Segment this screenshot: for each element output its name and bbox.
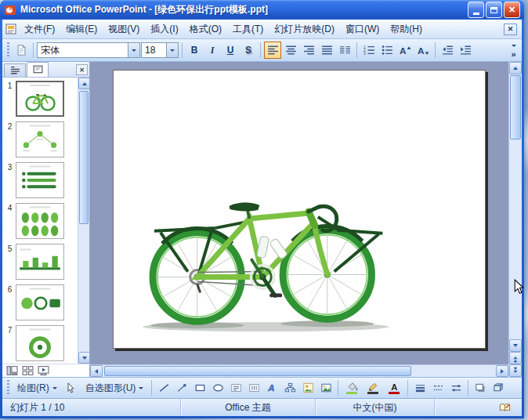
scroll-left-button[interactable] <box>90 365 103 377</box>
green-bicycle-image[interactable] <box>114 71 485 348</box>
underline-button[interactable]: U <box>222 42 239 59</box>
insert-diagram-button[interactable] <box>281 379 298 396</box>
menu-window[interactable]: 窗口(W) <box>340 20 385 38</box>
size-dropdown-arrow-icon[interactable] <box>166 43 178 57</box>
draw-menu-button[interactable]: 绘图(R) <box>13 379 62 396</box>
slideshow-button[interactable] <box>36 365 50 376</box>
slide-thumbnail-2[interactable] <box>16 121 64 158</box>
thumb-scroll-thumb[interactable] <box>79 91 89 224</box>
h-scroll-thumb[interactable] <box>104 366 411 376</box>
scroll-up-button[interactable] <box>509 62 522 74</box>
fill-color-button[interactable] <box>342 379 362 396</box>
slide-thumbnail-1[interactable] <box>16 81 64 117</box>
toolbar-grip[interactable] <box>7 380 9 396</box>
font-dropdown-arrow-icon[interactable] <box>128 43 139 57</box>
slide-sorter-view-button[interactable] <box>20 365 34 376</box>
oval-tool-button[interactable] <box>209 379 226 396</box>
title-bar[interactable]: Microsoft Office PowerPoint - [绿色环保出行ppt… <box>0 0 524 20</box>
wordart-button[interactable] <box>263 379 280 396</box>
bold-button[interactable]: B <box>186 42 203 59</box>
align-right-button[interactable] <box>300 42 317 59</box>
document-close-button[interactable]: ✕ <box>504 24 517 35</box>
arrow-tool-button[interactable] <box>173 379 190 396</box>
menu-slideshow[interactable]: 幻灯片放映(D) <box>269 20 340 38</box>
slide-canvas[interactable] <box>113 70 486 349</box>
normal-view-icon <box>6 365 18 376</box>
pane-close-button[interactable]: ✕ <box>76 64 88 75</box>
line-color-button[interactable] <box>363 379 383 396</box>
menu-help[interactable]: 帮助(H) <box>385 20 428 38</box>
new-slide-button[interactable] <box>13 42 30 59</box>
textbox-tool-button[interactable] <box>227 379 244 396</box>
normal-view-button[interactable] <box>5 365 19 376</box>
slide-thumbnail-5[interactable] <box>16 244 64 280</box>
rectangle-tool-button[interactable] <box>191 379 208 396</box>
tab-outline[interactable] <box>4 63 26 77</box>
toolbar-separator <box>182 42 183 58</box>
menu-edit[interactable]: 编辑(E) <box>60 20 103 38</box>
columns-button[interactable] <box>336 42 353 59</box>
text-shadow-button[interactable]: S <box>240 42 257 59</box>
menu-format[interactable]: 格式(O) <box>184 20 227 38</box>
scroll-down-button[interactable] <box>509 339 522 352</box>
decrease-font-button[interactable] <box>414 42 432 59</box>
toolbar-options-button[interactable]: » <box>508 41 519 60</box>
minimize-button[interactable] <box>468 2 484 18</box>
horizontal-scrollbar[interactable] <box>90 364 508 377</box>
menu-view[interactable]: 视图(V) <box>103 20 145 38</box>
maximize-button[interactable] <box>486 2 502 18</box>
double-up-icon <box>514 357 518 362</box>
toolbar-grip[interactable] <box>7 42 9 58</box>
theme-indicator[interactable]: Office 主题 <box>181 399 316 416</box>
next-slide-button[interactable] <box>509 364 522 377</box>
clipart-icon <box>302 382 314 393</box>
autoshapes-menu-button[interactable]: 自选图形(U) <box>81 379 149 396</box>
slide-thumbnail-3[interactable] <box>16 162 64 198</box>
arrow-down-icon <box>513 344 518 349</box>
menu-insert[interactable]: 插入(I) <box>145 20 183 38</box>
insert-picture-button[interactable] <box>317 379 335 396</box>
thumb-scroll-up-button[interactable] <box>78 78 89 89</box>
justify-button[interactable] <box>318 42 335 59</box>
slide-thumbnail-4[interactable] <box>16 203 64 239</box>
font-name-select[interactable]: 宋体 <box>37 42 140 58</box>
slide-thumbnail-7[interactable] <box>16 325 64 361</box>
font-color-button[interactable] <box>384 379 404 396</box>
tab-slides[interactable] <box>27 62 49 77</box>
close-button[interactable]: ✕ <box>504 2 520 18</box>
line-tool-button[interactable] <box>155 379 172 396</box>
decrease-indent-button[interactable] <box>439 42 456 59</box>
workspace: ✕ 1 2 <box>2 62 522 377</box>
slide-thumbnail-6[interactable] <box>16 284 64 320</box>
menu-file[interactable]: 文件(F) <box>19 20 60 38</box>
font-size-select[interactable]: 18 <box>141 42 179 58</box>
vertical-scrollbar[interactable] <box>508 62 522 377</box>
increase-font-button[interactable] <box>396 42 414 59</box>
italic-button[interactable]: I <box>204 42 221 59</box>
bullet-list-button[interactable] <box>378 42 396 59</box>
menu-tools[interactable]: 工具(T) <box>227 20 269 38</box>
select-objects-button[interactable] <box>63 379 80 396</box>
dash-style-button[interactable] <box>429 379 447 396</box>
previous-slide-button[interactable] <box>509 352 522 364</box>
spellcheck-book-icon[interactable] <box>499 402 511 413</box>
h-scroll-track[interactable] <box>103 365 496 377</box>
v-scroll-track[interactable] <box>509 74 522 339</box>
align-center-button[interactable] <box>282 42 299 59</box>
overflow-chevron-icon: » <box>511 49 515 59</box>
vertical-textbox-button[interactable] <box>245 379 262 396</box>
threed-style-button[interactable] <box>490 379 507 396</box>
align-left-button[interactable] <box>264 42 281 59</box>
v-scroll-thumb[interactable] <box>510 75 521 139</box>
thumbnails-scrollbar[interactable] <box>78 78 89 364</box>
thumb-scroll-track[interactable] <box>78 89 89 352</box>
language-indicator[interactable]: 中文(中国) <box>316 399 435 416</box>
line-style-button[interactable] <box>411 379 429 396</box>
arrow-style-button[interactable] <box>447 379 465 396</box>
increase-indent-button[interactable] <box>457 42 474 59</box>
scroll-right-button[interactable] <box>496 365 508 377</box>
shadow-style-button[interactable] <box>472 379 489 396</box>
numbered-list-button[interactable] <box>360 42 378 59</box>
thumb-scroll-down-button[interactable] <box>78 352 89 364</box>
insert-clipart-button[interactable] <box>299 379 316 396</box>
